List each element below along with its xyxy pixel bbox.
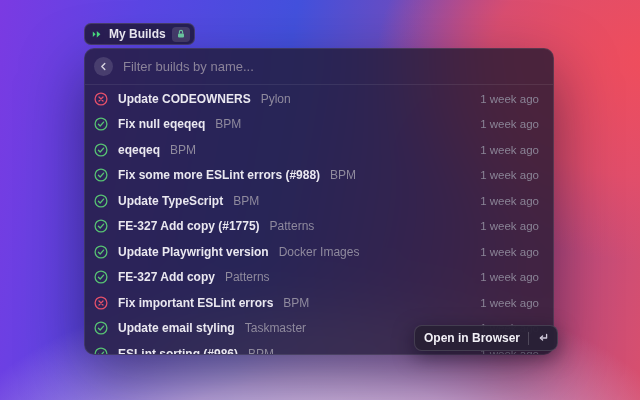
build-project: BPM	[330, 168, 356, 182]
builds-list: Update CODEOWNERS Pylon 1 week ago Fix n…	[85, 86, 553, 355]
status-icon	[94, 321, 108, 335]
open-in-browser-label: Open in Browser	[424, 331, 520, 345]
search-bar	[85, 49, 553, 85]
lock-icon	[176, 29, 186, 39]
build-title: FE-327 Add copy (#1775)	[118, 219, 260, 233]
status-icon	[94, 92, 108, 106]
build-timestamp: 1 week ago	[480, 220, 539, 232]
menubar-label: My Builds	[109, 27, 166, 41]
status-icon	[94, 347, 108, 355]
action-divider	[528, 332, 529, 345]
desktop-background: My Builds	[0, 0, 640, 400]
build-timestamp: 1 week ago	[480, 271, 539, 283]
check-circle-icon	[94, 219, 108, 233]
status-icon	[94, 143, 108, 157]
build-row[interactable]: Update TypeScript BPM 1 week ago	[85, 188, 553, 214]
back-button[interactable]	[94, 57, 113, 76]
status-icon	[94, 117, 108, 131]
build-timestamp: 1 week ago	[480, 93, 539, 105]
build-row[interactable]: eqeqeq BPM 1 week ago	[85, 137, 553, 163]
builds-panel: Update CODEOWNERS Pylon 1 week ago Fix n…	[84, 48, 554, 355]
build-project: BPM	[248, 347, 274, 355]
status-icon	[94, 270, 108, 284]
check-circle-icon	[94, 245, 108, 259]
build-row[interactable]: Update CODEOWNERS Pylon 1 week ago	[85, 86, 553, 112]
filter-builds-input[interactable]	[123, 59, 541, 74]
chevron-left-icon	[99, 62, 108, 71]
builds-icon	[92, 29, 103, 40]
build-timestamp: 1 week ago	[480, 118, 539, 130]
build-title: Update Playwright version	[118, 245, 269, 259]
build-row[interactable]: Fix some more ESLint errors (#988) BPM 1…	[85, 163, 553, 189]
build-project: Taskmaster	[245, 321, 306, 335]
build-title: FE-327 Add copy	[118, 270, 215, 284]
check-circle-icon	[94, 270, 108, 284]
build-project: BPM	[170, 143, 196, 157]
x-circle-icon	[94, 296, 108, 310]
build-timestamp: 1 week ago	[480, 169, 539, 181]
build-title: eqeqeq	[118, 143, 160, 157]
status-icon	[94, 194, 108, 208]
build-title: Update TypeScript	[118, 194, 223, 208]
check-circle-icon	[94, 168, 108, 182]
x-circle-icon	[94, 92, 108, 106]
lock-badge	[172, 27, 190, 42]
build-project: Docker Images	[279, 245, 360, 259]
menubar-item-my-builds[interactable]: My Builds	[84, 23, 195, 45]
build-title: Fix null eqeqeq	[118, 117, 205, 131]
build-project: Patterns	[270, 219, 315, 233]
build-row[interactable]: FE-327 Add copy Patterns 1 week ago	[85, 265, 553, 291]
build-row[interactable]: Update Playwright version Docker Images …	[85, 239, 553, 265]
status-icon	[94, 168, 108, 182]
build-title: Fix some more ESLint errors (#988)	[118, 168, 320, 182]
build-title: Update CODEOWNERS	[118, 92, 251, 106]
enter-key-icon	[537, 333, 548, 343]
build-timestamp: 1 week ago	[480, 246, 539, 258]
build-title: ESLint sorting (#986)	[118, 347, 238, 355]
build-timestamp: 1 week ago	[480, 297, 539, 309]
build-project: BPM	[215, 117, 241, 131]
build-row[interactable]: FE-327 Add copy (#1775) Patterns 1 week …	[85, 214, 553, 240]
build-project: Pylon	[261, 92, 291, 106]
build-project: BPM	[283, 296, 309, 310]
build-row[interactable]: Fix important ESLint errors BPM 1 week a…	[85, 290, 553, 316]
build-row[interactable]: Fix null eqeqeq BPM 1 week ago	[85, 112, 553, 138]
status-icon	[94, 296, 108, 310]
check-circle-icon	[94, 117, 108, 131]
check-circle-icon	[94, 347, 108, 355]
check-circle-icon	[94, 194, 108, 208]
build-project: BPM	[233, 194, 259, 208]
check-circle-icon	[94, 143, 108, 157]
check-circle-icon	[94, 321, 108, 335]
status-icon	[94, 245, 108, 259]
status-icon	[94, 219, 108, 233]
build-timestamp: 1 week ago	[480, 144, 539, 156]
build-timestamp: 1 week ago	[480, 195, 539, 207]
build-title: Update email styling	[118, 321, 235, 335]
build-title: Fix important ESLint errors	[118, 296, 273, 310]
open-in-browser-button[interactable]: Open in Browser	[414, 325, 558, 351]
build-project: Patterns	[225, 270, 270, 284]
